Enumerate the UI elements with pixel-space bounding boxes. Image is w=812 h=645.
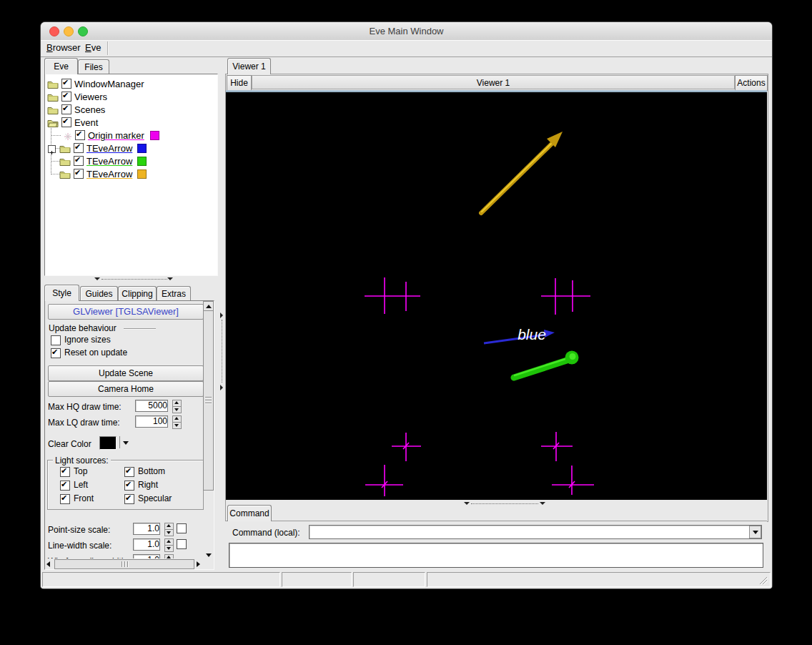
item-color-swatch[interactable]: [137, 157, 147, 166]
tab-guides[interactable]: Guides: [80, 286, 118, 301]
checkbox-light-right[interactable]: [124, 481, 134, 491]
max-lq-entry[interactable]: 100: [135, 415, 168, 428]
status-segment: [282, 572, 352, 587]
menu-item-browser[interactable]: Browser: [44, 40, 84, 56]
horizontal-scrollbar-thumb[interactable]: [54, 559, 194, 569]
checkbox-light-front[interactable]: [60, 494, 70, 504]
tab-viewer-1[interactable]: Viewer 1: [227, 58, 271, 74]
window-titlebar[interactable]: Eve Main Window: [41, 22, 772, 41]
splitter-arrow-icon[interactable]: [540, 502, 545, 505]
tree-checkbox[interactable]: [74, 156, 84, 166]
viewer-titlebar[interactable]: Viewer 1: [252, 75, 735, 89]
tree-item-viewers[interactable]: Viewers: [74, 92, 107, 102]
line-width-checkbox[interactable]: [177, 539, 187, 549]
triangle-down-icon: [206, 553, 212, 557]
scroll-left-button[interactable]: [45, 559, 54, 568]
left-right-splitter[interactable]: [219, 58, 225, 570]
spin-down-icon[interactable]: [172, 422, 182, 429]
tree-row[interactable]: TEveArrow: [45, 154, 217, 167]
tree-checkbox[interactable]: [61, 79, 71, 89]
tab-style[interactable]: Style: [44, 285, 79, 301]
clear-color-label: Clear Color: [48, 439, 91, 449]
expander-icon[interactable]: [48, 145, 56, 153]
horizontal-scrollbar[interactable]: [45, 558, 203, 569]
command-output[interactable]: [229, 543, 763, 568]
item-color-swatch[interactable]: [137, 169, 147, 179]
checkbox-light-specular[interactable]: [124, 494, 134, 504]
tab-files[interactable]: Files: [78, 59, 109, 74]
tree-item-tevearrow-gold[interactable]: TEveArrow: [86, 169, 132, 179]
tree-row[interactable]: WindowManager: [45, 77, 217, 90]
item-color-swatch[interactable]: [150, 131, 159, 140]
glviewer-button[interactable]: GLViewer [TGLSAViewer]: [48, 304, 204, 320]
checkbox-light-bottom[interactable]: [124, 467, 134, 477]
point-size-entry[interactable]: 1.0: [133, 523, 160, 535]
spin-down-icon[interactable]: [164, 545, 174, 552]
menu-item-eve[interactable]: Eve: [82, 40, 104, 56]
tree-checkbox[interactable]: [74, 169, 84, 179]
tree-item-tevearrow-green[interactable]: TEveArrow: [86, 156, 132, 167]
tree-item-scenes[interactable]: Scenes: [74, 104, 105, 115]
line-width-entry[interactable]: 1.0: [133, 538, 160, 551]
vertical-scrollbar-thumb[interactable]: [203, 310, 214, 491]
point-size-checkbox[interactable]: [177, 523, 187, 533]
tree-connector: [51, 161, 59, 162]
tree-row[interactable]: Origin marker: [45, 129, 217, 142]
splitter-arrow-icon[interactable]: [220, 385, 223, 390]
max-hq-entry[interactable]: 5000: [135, 400, 168, 412]
checkbox-light-top[interactable]: [60, 467, 70, 477]
triangle-up-icon: [206, 305, 212, 308]
splitter-dots[interactable]: [471, 503, 538, 504]
splitter-dots[interactable]: [222, 320, 222, 383]
tab-clipping[interactable]: Clipping: [118, 286, 157, 301]
checkbox-ignore-sizes[interactable]: [51, 335, 61, 345]
tree-item-origin-marker[interactable]: Origin marker: [88, 130, 144, 141]
tab-command[interactable]: Command: [227, 505, 272, 521]
scroll-right-button[interactable]: [194, 559, 202, 568]
tree-item-windowmanager[interactable]: WindowManager: [74, 79, 144, 89]
screen: { "window": { "title": "Eve Main Window"…: [0, 0, 812, 645]
tab-eve[interactable]: Eve: [44, 58, 78, 74]
tree-connector: [51, 135, 61, 136]
resize-grip-icon[interactable]: [758, 575, 768, 588]
scroll-down-button[interactable]: [203, 550, 214, 561]
tree-checkbox[interactable]: [74, 143, 84, 153]
menubar-divider: [107, 41, 108, 55]
splitter-arrow-icon[interactable]: [167, 277, 173, 280]
command-combobox[interactable]: [309, 525, 762, 539]
tree-style-splitter[interactable]: [44, 276, 218, 283]
checkbox-reset-on-update[interactable]: [51, 348, 61, 358]
camera-home-button[interactable]: Camera Home: [48, 381, 204, 397]
tree-row[interactable]: TEveArrow: [45, 142, 217, 154]
hide-button[interactable]: Hide: [227, 75, 252, 91]
eve-main-window: Eve Main Window Browser Eve Eve Files Wi…: [41, 22, 772, 589]
tree-row[interactable]: Event: [45, 116, 217, 129]
tree-checkbox[interactable]: [61, 92, 71, 102]
tree-row[interactable]: Viewers: [45, 90, 217, 103]
tree-checkbox[interactable]: [61, 117, 71, 127]
splitter-arrow-icon[interactable]: [464, 502, 470, 505]
update-scene-button[interactable]: Update Scene: [48, 365, 204, 381]
viewer-command-splitter[interactable]: [226, 501, 767, 507]
tree-checkbox[interactable]: [61, 104, 71, 114]
tree-row[interactable]: Scenes: [45, 103, 217, 116]
tab-extras[interactable]: Extras: [157, 286, 191, 301]
clear-color-swatch[interactable]: [99, 436, 117, 450]
tree-item-tevearrow-blue[interactable]: TEveArrow: [86, 143, 132, 154]
spin-down-icon[interactable]: [172, 406, 182, 413]
splitter-arrow-icon[interactable]: [94, 277, 100, 280]
splitter-dots[interactable]: [102, 279, 167, 280]
tree-row[interactable]: TEveArrow: [45, 167, 217, 180]
checkbox-light-left[interactable]: [60, 481, 70, 491]
tree-item-event[interactable]: Event: [74, 117, 98, 128]
actions-button[interactable]: Actions: [735, 75, 768, 91]
gold-arrow: [481, 132, 563, 213]
color-dropdown-button[interactable]: [119, 436, 130, 448]
splitter-arrow-icon[interactable]: [220, 312, 223, 318]
command-dropdown-button[interactable]: [749, 526, 761, 538]
spin-down-icon[interactable]: [164, 529, 174, 536]
max-lq-label: Max LQ draw time:: [48, 418, 120, 428]
gl-viewport[interactable]: blue: [226, 92, 767, 500]
item-color-swatch[interactable]: [137, 144, 147, 153]
tree-checkbox[interactable]: [75, 130, 85, 140]
